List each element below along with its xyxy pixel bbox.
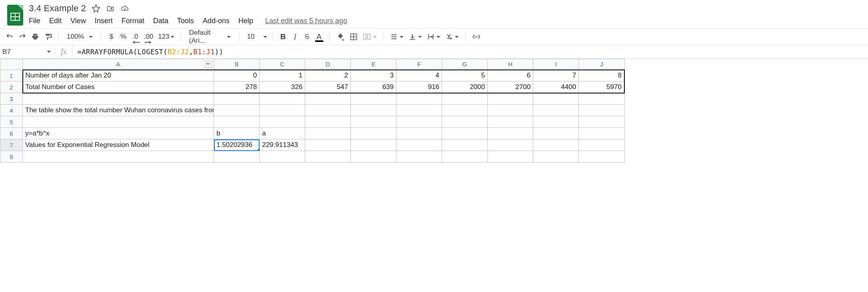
cell-F6[interactable] (396, 128, 442, 139)
paint-format-icon[interactable] (42, 31, 54, 42)
cell-H7[interactable] (488, 139, 533, 151)
name-box[interactable]: B7 (0, 45, 55, 58)
redo-icon[interactable] (17, 31, 28, 42)
cell-E4[interactable] (351, 105, 396, 116)
cell-I4[interactable] (533, 105, 579, 116)
menu-addons[interactable]: Add-ons (203, 17, 230, 25)
cell-H1[interactable]: 6 (488, 70, 533, 81)
cell-F2[interactable]: 916 (396, 81, 442, 93)
cell-G1[interactable]: 5 (442, 70, 488, 81)
menu-edit[interactable]: Edit (49, 17, 62, 25)
cell-J3[interactable] (579, 93, 624, 105)
cell-C4[interactable] (260, 105, 305, 116)
star-icon[interactable] (92, 4, 100, 13)
cell-J7[interactable] (579, 139, 624, 151)
cell-B3[interactable] (214, 93, 260, 105)
col-header-E[interactable]: E (351, 59, 396, 70)
cell-F4[interactable] (396, 105, 442, 116)
cell-C5[interactable] (260, 116, 305, 128)
col-header-C[interactable]: C (260, 59, 305, 70)
cell-B6[interactable]: b (214, 128, 260, 139)
move-to-folder-icon[interactable] (106, 4, 115, 13)
col-header-H[interactable]: H (488, 59, 533, 70)
increase-decimal-button[interactable]: .00 (142, 31, 155, 42)
decrease-decimal-button[interactable]: .0 (130, 31, 140, 42)
text-rotation-icon[interactable] (444, 31, 460, 42)
menu-file[interactable]: File (29, 17, 40, 25)
cell-J5[interactable] (579, 116, 624, 128)
cell-J6[interactable] (579, 128, 624, 139)
cell-I8[interactable] (533, 151, 579, 163)
row-header-4[interactable]: 4 (0, 105, 23, 116)
cell-E6[interactable] (351, 128, 396, 139)
col-header-F[interactable]: F (396, 59, 442, 70)
cell-J1[interactable]: 8 (579, 70, 624, 81)
zoom-select[interactable]: 100% (64, 31, 96, 42)
col-header-J[interactable]: J (579, 59, 624, 70)
cell-F1[interactable]: 4 (396, 70, 442, 81)
cell-G6[interactable] (442, 128, 488, 139)
cell-E1[interactable]: 3 (351, 70, 396, 81)
cell-J8[interactable] (579, 151, 624, 163)
revision-history-link[interactable]: Last edit was 5 hours ago (265, 17, 347, 25)
cell-G5[interactable] (442, 116, 488, 128)
row-header-1[interactable]: 1 (0, 70, 23, 81)
cell-G2[interactable]: 2000 (442, 81, 488, 93)
cell-G7[interactable] (442, 139, 488, 151)
cell-H8[interactable] (488, 151, 533, 163)
strikethrough-button[interactable]: S (302, 31, 312, 42)
cell-E2[interactable]: 639 (351, 81, 396, 93)
menu-view[interactable]: View (70, 17, 86, 25)
cell-E8[interactable] (351, 151, 396, 163)
row-header-2[interactable]: 2 (0, 81, 23, 93)
merge-cells-icon[interactable] (361, 31, 378, 42)
undo-icon[interactable] (4, 31, 15, 42)
col-header-I[interactable]: I (533, 59, 579, 70)
format-currency-button[interactable]: $ (106, 31, 116, 42)
more-formats-button[interactable]: 123 (156, 31, 176, 42)
cell-E5[interactable] (351, 116, 396, 128)
cell-A2[interactable]: Total Number of Cases (23, 81, 214, 93)
cell-B1[interactable]: 0 (214, 70, 260, 81)
cell-C1[interactable]: 1 (260, 70, 305, 81)
cell-D6[interactable] (305, 128, 351, 139)
cell-A4[interactable]: The table show the total number Wuhan co… (23, 105, 214, 116)
cell-G3[interactable] (442, 93, 488, 105)
cell-F7[interactable] (396, 139, 442, 151)
bold-button[interactable]: B (278, 31, 288, 42)
cell-D7[interactable] (305, 139, 351, 151)
horizontal-align-icon[interactable] (388, 31, 405, 42)
cell-D8[interactable] (305, 151, 351, 163)
cell-B7[interactable]: 1.50202936 (214, 139, 260, 151)
italic-button[interactable]: I (290, 31, 300, 42)
cell-E7[interactable] (351, 139, 396, 151)
font-size-select[interactable]: 10 (244, 31, 268, 42)
insert-link-icon[interactable] (470, 31, 482, 42)
saved-to-drive-icon[interactable] (120, 4, 129, 13)
spreadsheet-grid[interactable]: A B C D E F G H I J 1 Number of days aft… (0, 59, 625, 163)
cell-C6[interactable]: a (260, 128, 305, 139)
cell-D4[interactable] (305, 105, 351, 116)
menu-insert[interactable]: Insert (95, 17, 113, 25)
select-all-corner[interactable] (0, 59, 23, 70)
borders-icon[interactable] (348, 31, 359, 42)
document-title[interactable]: 3.4 Example 2 (29, 3, 86, 14)
cell-I1[interactable]: 7 (533, 70, 579, 81)
cell-I6[interactable] (533, 128, 579, 139)
cell-I7[interactable] (533, 139, 579, 151)
menu-data[interactable]: Data (153, 17, 168, 25)
fill-color-icon[interactable] (334, 31, 346, 42)
formula-bar[interactable]: =ARRAYFORMULA(LOGEST(B2:J2,B1:J1)) (72, 48, 868, 56)
cell-D5[interactable] (305, 116, 351, 128)
col-header-G[interactable]: G (442, 59, 488, 70)
menu-help[interactable]: Help (238, 17, 253, 25)
cell-H3[interactable] (488, 93, 533, 105)
cell-D1[interactable]: 2 (305, 70, 351, 81)
cell-F3[interactable] (396, 93, 442, 105)
cell-I5[interactable] (533, 116, 579, 128)
cell-C8[interactable] (260, 151, 305, 163)
cell-I3[interactable] (533, 93, 579, 105)
row-header-8[interactable]: 8 (0, 151, 23, 163)
cell-G8[interactable] (442, 151, 488, 163)
menu-format[interactable]: Format (122, 17, 144, 25)
